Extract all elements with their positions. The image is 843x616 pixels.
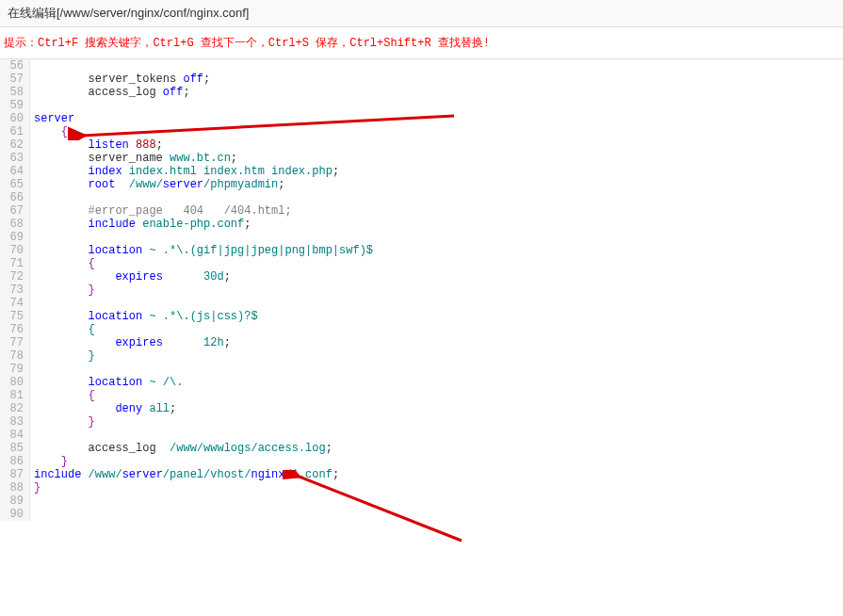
code-line[interactable]: 83 } — [0, 415, 843, 429]
code-line[interactable]: 71 { — [0, 257, 843, 270]
code-line[interactable]: 61 { — [0, 125, 843, 138]
code-content[interactable]: { — [30, 257, 95, 270]
code-line[interactable]: 63 server_name www.bt.cn; — [0, 152, 843, 165]
code-content[interactable]: #error_page 404 /404.html; — [30, 204, 292, 218]
window-title: 在线编辑[/www/server/nginx/conf/nginx.conf] — [0, 0, 843, 27]
line-number: 86 — [0, 455, 30, 468]
code-content[interactable]: include enable-php.conf; — [30, 218, 251, 231]
code-line[interactable]: 80 location ~ /\. — [0, 376, 843, 389]
code-line[interactable]: 89 — [0, 494, 843, 508]
line-number: 68 — [0, 218, 30, 231]
code-line[interactable]: 56 — [0, 59, 843, 73]
code-content[interactable]: location ~ .*\.(js|css)?$ — [30, 310, 258, 323]
code-line[interactable]: 76 { — [0, 323, 843, 336]
code-line[interactable]: 60server — [0, 112, 843, 125]
code-line[interactable]: 66 — [0, 191, 843, 204]
code-line[interactable]: 81 { — [0, 389, 843, 402]
code-content[interactable]: { — [30, 125, 68, 138]
code-content[interactable]: deny all; — [30, 402, 176, 415]
code-content[interactable] — [30, 231, 34, 244]
code-content[interactable]: access_log off; — [30, 86, 190, 99]
code-line[interactable]: 88} — [0, 481, 843, 494]
code-content[interactable]: location ~ /\. — [30, 376, 183, 389]
code-line[interactable]: 82 deny all; — [0, 402, 843, 415]
code-line[interactable]: 69 — [0, 231, 843, 244]
line-number: 90 — [0, 508, 30, 521]
line-number: 64 — [0, 165, 30, 178]
line-number: 72 — [0, 270, 30, 284]
line-number: 61 — [0, 125, 30, 138]
line-number: 76 — [0, 323, 30, 336]
code-line[interactable]: 57 server_tokens off; — [0, 73, 843, 86]
code-content[interactable] — [30, 297, 34, 310]
code-line[interactable]: 87include /www/server/panel/vhost/nginx/… — [0, 468, 843, 481]
code-line[interactable]: 77 expires 12h; — [0, 336, 843, 349]
code-line[interactable]: 78 } — [0, 349, 843, 363]
line-number: 65 — [0, 178, 30, 191]
code-content[interactable]: include /www/server/panel/vhost/nginx/*.… — [30, 468, 339, 481]
line-number: 74 — [0, 297, 30, 310]
code-line[interactable]: 59 — [0, 99, 843, 112]
line-number: 66 — [0, 191, 30, 204]
code-line[interactable]: 85 access_log /www/wwwlogs/access.log; — [0, 442, 843, 455]
line-number: 58 — [0, 86, 30, 99]
code-line[interactable]: 90 — [0, 508, 843, 521]
code-content[interactable] — [30, 191, 34, 204]
code-line[interactable]: 64 index index.html index.htm index.php; — [0, 165, 843, 178]
code-content[interactable]: } — [30, 415, 95, 429]
code-line[interactable]: 65 root /www/server/phpmyadmin; — [0, 178, 843, 191]
code-content[interactable]: index index.html index.htm index.php; — [30, 165, 339, 178]
code-line[interactable]: 75 location ~ .*\.(js|css)?$ — [0, 310, 843, 323]
code-content[interactable]: expires 30d; — [30, 270, 231, 284]
code-content[interactable]: server — [30, 112, 74, 125]
line-number: 62 — [0, 138, 30, 152]
code-line[interactable]: 62 listen 888; — [0, 138, 843, 152]
line-number: 85 — [0, 442, 30, 455]
code-content[interactable]: access_log /www/wwwlogs/access.log; — [30, 442, 332, 455]
code-line[interactable]: 86 } — [0, 455, 843, 468]
code-content[interactable]: { — [30, 323, 95, 336]
line-number: 79 — [0, 363, 30, 376]
code-content[interactable] — [30, 99, 34, 112]
line-number: 89 — [0, 494, 30, 508]
code-content[interactable]: } — [30, 455, 68, 468]
line-number: 83 — [0, 415, 30, 429]
code-content[interactable]: } — [30, 481, 41, 494]
code-content[interactable]: listen 888; — [30, 138, 163, 152]
code-line[interactable]: 67 #error_page 404 /404.html; — [0, 204, 843, 218]
code-content[interactable]: server_name www.bt.cn; — [30, 152, 237, 165]
code-line[interactable]: 70 location ~ .*\.(gif|jpg|jpeg|png|bmp|… — [0, 244, 843, 257]
code-content[interactable]: expires 12h; — [30, 336, 231, 349]
code-content[interactable]: { — [30, 389, 95, 402]
line-number: 69 — [0, 231, 30, 244]
code-line[interactable]: 84 — [0, 429, 843, 442]
code-line[interactable]: 73 } — [0, 284, 843, 297]
code-content[interactable] — [30, 508, 34, 521]
line-number: 87 — [0, 468, 30, 481]
code-line[interactable]: 68 include enable-php.conf; — [0, 218, 843, 231]
line-number: 82 — [0, 402, 30, 415]
code-content[interactable] — [30, 494, 34, 508]
code-content[interactable] — [30, 59, 34, 73]
line-number: 77 — [0, 336, 30, 349]
line-number: 84 — [0, 429, 30, 442]
hint-bar: 提示：Ctrl+F 搜索关键字，Ctrl+G 查找下一个，Ctrl+S 保存，C… — [0, 27, 843, 59]
code-content[interactable]: root /www/server/phpmyadmin; — [30, 178, 284, 191]
line-number: 73 — [0, 284, 30, 297]
code-content[interactable] — [30, 363, 34, 376]
line-number: 78 — [0, 349, 30, 363]
code-content[interactable]: } — [30, 284, 95, 297]
line-number: 59 — [0, 99, 30, 112]
line-number: 63 — [0, 152, 30, 165]
code-line[interactable]: 72 expires 30d; — [0, 270, 843, 284]
code-line[interactable]: 79 — [0, 363, 843, 376]
code-content[interactable] — [30, 429, 34, 442]
code-line[interactable]: 58 access_log off; — [0, 86, 843, 99]
code-content[interactable]: server_tokens off; — [30, 73, 210, 86]
code-content[interactable]: location ~ .*\.(gif|jpg|jpeg|png|bmp|swf… — [30, 244, 373, 257]
code-content[interactable]: } — [30, 349, 95, 363]
code-line[interactable]: 74 — [0, 297, 843, 310]
code-editor[interactable]: 5657 server_tokens off;58 access_log off… — [0, 59, 843, 616]
line-number: 57 — [0, 73, 30, 86]
line-number: 60 — [0, 112, 30, 125]
